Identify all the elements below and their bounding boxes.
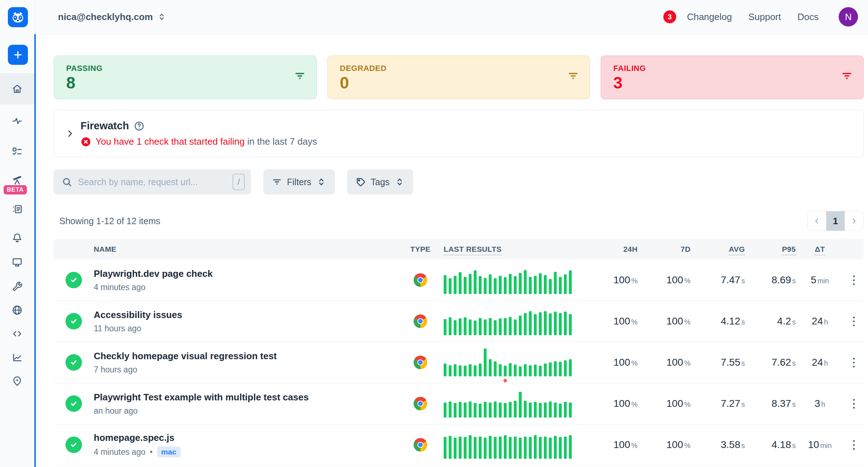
showing-count: Showing 1-12 of 12 items bbox=[59, 216, 160, 226]
metric-p95: 4.2s bbox=[745, 316, 796, 327]
passing-card[interactable]: PASSING 8 bbox=[54, 56, 317, 99]
sidebar-item-checks[interactable] bbox=[0, 146, 34, 158]
search-input[interactable] bbox=[78, 177, 233, 187]
chrome-browser-icon bbox=[414, 397, 427, 410]
page-number[interactable]: 1 bbox=[826, 211, 845, 231]
filter-funnel-icon[interactable] bbox=[567, 70, 579, 82]
table-header: NAME TYPE LAST RESULTS 24H 7D AVG P95 ΔT bbox=[54, 239, 864, 260]
metric-24h: 100% bbox=[584, 274, 638, 286]
chrome-browser-icon bbox=[414, 314, 427, 328]
table-row[interactable]: Playwright.dev page check 4 minutes ago … bbox=[54, 260, 864, 301]
telescope-icon bbox=[11, 175, 23, 186]
metric-7d: 100% bbox=[638, 357, 691, 368]
create-new-button[interactable] bbox=[8, 45, 28, 65]
check-name[interactable]: Checkly homepage visual regression test bbox=[94, 351, 397, 362]
filters-button[interactable]: Filters bbox=[263, 169, 335, 194]
globe-icon bbox=[11, 304, 23, 316]
failing-count: 3 bbox=[613, 74, 646, 91]
list-meta: Showing 1-12 of 12 items 1 bbox=[54, 211, 864, 231]
sidebar-item-detect-beta[interactable] bbox=[0, 175, 34, 186]
filter-funnel-icon[interactable] bbox=[841, 70, 853, 82]
error-x-icon bbox=[81, 136, 91, 147]
header-last-results[interactable]: LAST RESULTS bbox=[444, 245, 584, 254]
results-sparkline[interactable] bbox=[444, 348, 584, 376]
chart-line-icon bbox=[11, 352, 23, 363]
sidebar-item-analytics[interactable] bbox=[0, 352, 34, 363]
sidebar-item-activity[interactable] bbox=[0, 115, 34, 127]
results-sparkline[interactable] bbox=[444, 390, 584, 418]
activity-pulse-icon bbox=[11, 115, 23, 127]
header-p95[interactable]: P95 bbox=[745, 245, 796, 254]
table-row[interactable]: homepage.spec.js 4 minutes ago • mac 100… bbox=[54, 424, 864, 466]
metric-avg: 7.55s bbox=[691, 357, 745, 368]
check-last-run: 7 hours ago bbox=[94, 365, 137, 375]
docs-link[interactable]: Docs bbox=[798, 11, 819, 23]
metric-p95: 8.69s bbox=[745, 274, 796, 286]
table-row[interactable]: Checkly homepage visual regression test … bbox=[54, 342, 864, 383]
mac-tag-badge[interactable]: mac bbox=[157, 447, 181, 457]
table-row[interactable]: Accessibility issues 11 hours ago 100% 1… bbox=[54, 301, 864, 342]
failing-card[interactable]: FAILING 3 bbox=[601, 56, 864, 99]
metric-7d: 100% bbox=[638, 316, 691, 327]
firewatch-alert-highlight: You have 1 check that started failing bbox=[96, 136, 245, 147]
checkly-logo[interactable] bbox=[8, 7, 28, 27]
help-icon[interactable] bbox=[134, 121, 145, 131]
metric-p95: 7.62s bbox=[745, 357, 796, 368]
expand-chevron-icon[interactable] bbox=[65, 128, 75, 139]
firewatch-panel: Firewatch You have 1 check that started … bbox=[54, 110, 864, 157]
degraded-card[interactable]: DEGRADED 0 bbox=[327, 56, 590, 99]
header-delta-t[interactable]: ΔT bbox=[796, 245, 844, 254]
sidebar-item-home[interactable] bbox=[0, 73, 34, 105]
check-name[interactable]: homepage.spec.js bbox=[94, 432, 397, 443]
passing-status-icon bbox=[65, 313, 82, 329]
bell-icon bbox=[11, 232, 23, 244]
tags-button[interactable]: Tags bbox=[347, 169, 413, 194]
row-menu-button[interactable] bbox=[844, 399, 864, 409]
pagination: 1 bbox=[807, 211, 864, 231]
row-menu-button[interactable] bbox=[844, 440, 864, 450]
metric-7d: 100% bbox=[638, 274, 691, 286]
check-name[interactable]: Playwright.dev page check bbox=[94, 268, 397, 279]
row-menu-button[interactable] bbox=[844, 317, 864, 326]
sidebar-accent-edge bbox=[34, 34, 36, 467]
row-menu-button[interactable] bbox=[844, 358, 864, 367]
results-sparkline[interactable] bbox=[444, 307, 584, 335]
changelog-link[interactable]: Changelog bbox=[687, 11, 732, 23]
sidebar-item-dashboards[interactable] bbox=[0, 256, 34, 268]
metric-7d: 100% bbox=[638, 398, 691, 409]
metric-24h: 100% bbox=[584, 316, 638, 327]
check-name[interactable]: Accessibility issues bbox=[94, 309, 397, 321]
chrome-browser-icon bbox=[414, 273, 427, 287]
results-sparkline[interactable] bbox=[444, 431, 584, 459]
table-row[interactable]: Playwright Test example with multiple te… bbox=[54, 383, 864, 424]
location-pin-icon bbox=[11, 375, 23, 387]
avatar[interactable]: N bbox=[839, 7, 858, 27]
failing-label: FAILING bbox=[613, 64, 646, 73]
support-link[interactable]: Support bbox=[748, 11, 781, 23]
changelog-count-badge[interactable]: 3 bbox=[663, 10, 676, 23]
check-name[interactable]: Playwright Test example with multiple te… bbox=[94, 392, 397, 403]
topbar-links: 3 Changelog Support Docs N bbox=[663, 7, 858, 27]
filter-funnel-icon[interactable] bbox=[294, 70, 306, 82]
sidebar-item-locations[interactable] bbox=[0, 375, 34, 387]
chevron-up-down-icon bbox=[395, 177, 405, 187]
prev-page-button[interactable] bbox=[808, 211, 826, 231]
chevron-up-down-icon bbox=[316, 177, 326, 187]
passing-count: 8 bbox=[66, 74, 103, 91]
account-switcher[interactable]: nica@checklyhq.com bbox=[58, 11, 166, 23]
sidebar-item-alerts[interactable] bbox=[0, 232, 34, 244]
firewatch-alert-text: You have 1 check that started failing in… bbox=[96, 136, 317, 147]
sidebar-item-maintenance[interactable] bbox=[0, 281, 34, 292]
next-page-button[interactable] bbox=[845, 211, 863, 231]
header-avg[interactable]: AVG bbox=[691, 245, 745, 254]
row-menu-button[interactable] bbox=[844, 275, 864, 285]
sidebar-item-private-locations[interactable] bbox=[0, 304, 34, 316]
sidebar-item-snippets[interactable] bbox=[0, 328, 34, 340]
sidebar-item-runner-logs[interactable] bbox=[0, 203, 34, 215]
toolbar: / Filters Tags bbox=[54, 169, 864, 194]
metric-delta-t: 24h bbox=[796, 357, 844, 368]
metric-avg: 3.58s bbox=[691, 439, 745, 451]
firewatch-title: Firewatch bbox=[81, 120, 129, 132]
firewatch-alert-rest: in the last 7 days bbox=[245, 136, 317, 147]
results-sparkline[interactable] bbox=[444, 266, 584, 294]
